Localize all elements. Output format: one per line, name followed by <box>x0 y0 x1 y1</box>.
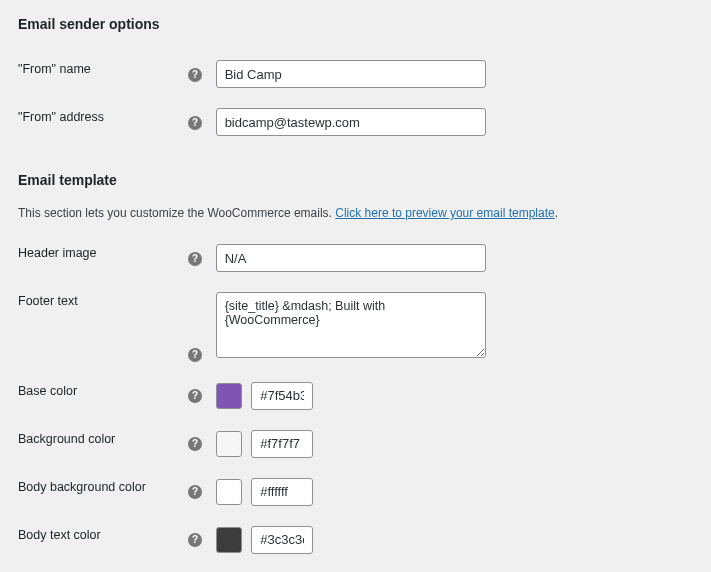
bg-color-input[interactable] <box>251 430 313 458</box>
body-text-input[interactable] <box>251 526 313 554</box>
bg-color-swatch[interactable] <box>216 431 242 457</box>
label-base-color: Base color <box>18 372 188 420</box>
label-from-name: "From" name <box>18 50 188 98</box>
from-name-input[interactable] <box>216 60 486 88</box>
help-icon[interactable]: ? <box>188 68 202 82</box>
base-color-swatch[interactable] <box>216 383 242 409</box>
body-bg-input[interactable] <box>251 478 313 506</box>
section-title-template: Email template <box>18 172 693 188</box>
body-bg-swatch[interactable] <box>216 479 242 505</box>
template-description: This section lets you customize the WooC… <box>18 206 693 220</box>
header-image-input[interactable] <box>216 244 486 272</box>
help-icon[interactable]: ? <box>188 533 202 547</box>
help-icon[interactable]: ? <box>188 437 202 451</box>
body-text-swatch[interactable] <box>216 527 242 553</box>
label-footer-text: Footer text <box>18 282 188 372</box>
preview-template-link[interactable]: Click here to preview your email templat… <box>335 206 554 220</box>
help-icon[interactable]: ? <box>188 348 202 362</box>
base-color-input[interactable] <box>251 382 313 410</box>
label-body-bg: Body background color <box>18 468 188 516</box>
label-body-text: Body text color <box>18 516 188 564</box>
help-icon[interactable]: ? <box>188 389 202 403</box>
help-icon[interactable]: ? <box>188 252 202 266</box>
from-address-input[interactable] <box>216 108 486 136</box>
label-header-image: Header image <box>18 234 188 282</box>
help-icon[interactable]: ? <box>188 116 202 130</box>
section-title-sender: Email sender options <box>18 16 693 32</box>
label-bg-color: Background color <box>18 420 188 468</box>
footer-text-input[interactable]: {site_title} &mdash; Built with {WooComm… <box>216 292 486 358</box>
label-from-address: "From" address <box>18 98 188 146</box>
help-icon[interactable]: ? <box>188 485 202 499</box>
